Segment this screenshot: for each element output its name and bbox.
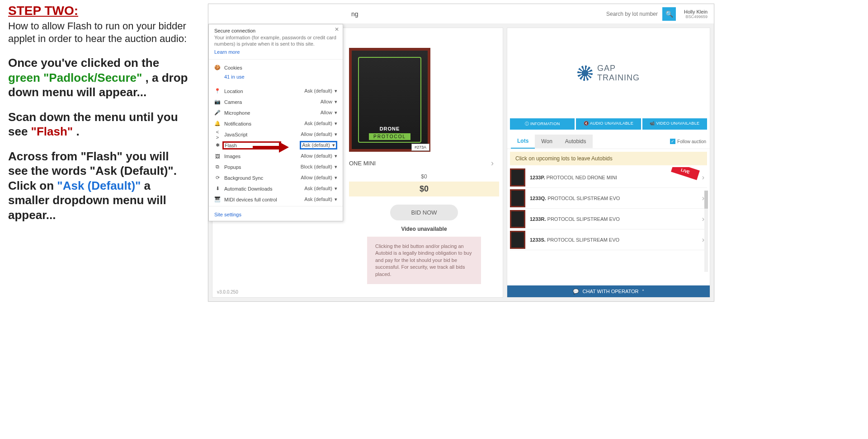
lot-number: 1233R. xyxy=(530,216,546,222)
cookies-count-link[interactable]: 41 in use xyxy=(224,74,245,79)
caret-down-icon: ▾ xyxy=(335,99,337,104)
check-icon: ✓ xyxy=(670,139,675,144)
perm-label: Camera xyxy=(224,99,283,105)
caret-down-icon: ▾ xyxy=(335,153,337,159)
lot-title-fragment: ONE MINI xyxy=(349,160,376,167)
information-button[interactable]: ⓘ INFORMATION xyxy=(510,118,575,130)
lot-row[interactable]: 1233R. PROTOCOL SLIPSTREAM EVO› xyxy=(510,209,707,229)
caret-down-icon: ▾ xyxy=(335,88,337,93)
search-input[interactable] xyxy=(601,9,660,19)
perm-value-dropdown[interactable]: Ask (default) ▾ xyxy=(300,141,337,149)
lot-thumbnail xyxy=(510,189,525,207)
p1-green-text: green "Padlock/Secure" xyxy=(8,71,142,84)
perm-label: Automatic Downloads xyxy=(224,186,283,191)
perm-value-dropdown[interactable]: Ask (default) ▾ xyxy=(304,196,337,202)
caret-down-icon: ▾ xyxy=(335,131,337,137)
lot-row[interactable]: 1233Q. PROTOCOL SLIPSTREAM EVO› xyxy=(510,188,707,209)
gap-logo-icon xyxy=(577,65,593,81)
tab-lots[interactable]: Lots xyxy=(511,134,535,149)
follow-auction-toggle[interactable]: ✓ Follow auction xyxy=(670,139,706,144)
perm-icon: < > xyxy=(214,129,221,140)
perm-value-dropdown[interactable]: Block (default) ▾ xyxy=(301,164,337,170)
cookie-icon: 🍪 xyxy=(214,65,221,70)
lot-row[interactable]: 1233P. PROTOCOL NED DRONE MINILIVE› xyxy=(510,167,707,188)
permission-row-midi-devices-full-control: 🎹MIDI devices full controlAsk (default) … xyxy=(214,194,337,205)
perm-label: Background Sync xyxy=(224,175,283,181)
video-unavailable-button[interactable]: 📹 VIDEO UNAVAILABLE xyxy=(642,118,707,130)
live-ribbon: LIVE xyxy=(671,167,700,180)
lot-thumbnail xyxy=(510,168,525,187)
app-version: v3.0.0.250 xyxy=(217,290,238,294)
perm-value-dropdown[interactable]: Ask (default) ▾ xyxy=(304,186,337,191)
lot-title-row[interactable]: ONE MINI › xyxy=(349,156,503,170)
instructions-column: STEP TWO: How to allow Flash to run on y… xyxy=(8,4,189,232)
perm-value-dropdown[interactable]: Ask (default) ▾ xyxy=(304,88,337,94)
p2-tail: . xyxy=(76,125,79,138)
caret-down-icon: ▾ xyxy=(335,175,337,180)
logo-text-1: GAP xyxy=(597,64,640,73)
lot-number: 1233P. xyxy=(530,175,545,180)
lot-image-label-1: DRONE xyxy=(380,126,400,131)
tab-won[interactable]: Won xyxy=(535,135,558,148)
perm-icon: 🎹 xyxy=(214,196,221,202)
lot-thumbnail xyxy=(510,210,525,228)
caret-down-icon: ▾ xyxy=(335,110,337,115)
current-bid-banner: $0 xyxy=(349,182,499,196)
lot-thumbnail xyxy=(510,231,525,249)
perm-value-dropdown[interactable]: Allow (default) ▾ xyxy=(301,153,337,159)
perm-icon: 🖼 xyxy=(214,154,221,159)
callout-arrow xyxy=(253,140,292,154)
chevron-right-icon: › xyxy=(491,159,494,168)
perm-icon: ✱ xyxy=(214,142,221,148)
autobid-hint: Click on upcoming lots to leave Autobids xyxy=(510,152,707,165)
chevron-right-icon: › xyxy=(702,173,707,182)
perm-value-dropdown[interactable]: Allow ▾ xyxy=(321,110,337,116)
perm-icon: ⟳ xyxy=(214,175,221,181)
lot-list-scrollbar[interactable] xyxy=(704,191,708,272)
permission-row-automatic-downloads: ⬇Automatic DownloadsAsk (default) ▾ xyxy=(214,183,337,194)
logo-text-2: TRAINING xyxy=(597,73,640,83)
lot-row[interactable]: 1233S. PROTOCOL SLIPSTREAM EVO› xyxy=(510,229,707,250)
chrome-window: Live Auction - Google Chrome — ☐ ✕ 🔒 Sec… xyxy=(208,4,714,302)
lot-name: PROTOCOL NED DRONE MINI xyxy=(547,175,617,180)
perm-value-dropdown[interactable]: Allow ▾ xyxy=(321,99,337,105)
chat-with-operator-bar[interactable]: 💬 CHAT WITH OPERATOR ˄ xyxy=(507,285,710,297)
chevron-up-icon: ˄ xyxy=(642,289,644,294)
dropdown-close-button[interactable]: ✕ xyxy=(335,26,339,33)
perm-icon: ⧉ xyxy=(214,164,221,170)
chat-label: CHAT WITH OPERATOR xyxy=(583,289,639,294)
caret-down-icon: ▾ xyxy=(335,164,337,169)
perm-value-dropdown[interactable]: Ask (default) ▾ xyxy=(304,121,337,126)
lot-name: PROTOCOL SLIPSTREAM EVO xyxy=(547,237,619,243)
perm-icon: 🎤 xyxy=(214,110,221,116)
perm-label: Microphone xyxy=(224,110,283,116)
dropdown-title: Secure connection xyxy=(214,28,337,33)
caret-down-icon: ▾ xyxy=(335,196,337,202)
chat-icon: 💬 xyxy=(573,289,579,294)
user-block[interactable]: Holly Klein BSC499659 xyxy=(684,9,708,19)
lot-list: 1233P. PROTOCOL NED DRONE MINILIVE›1233Q… xyxy=(507,167,710,250)
dropdown-description: Your information (for example, passwords… xyxy=(214,34,337,47)
instruction-paragraph-3: Across from "Flash" you will see the wor… xyxy=(8,149,189,223)
caret-down-icon: ▾ xyxy=(335,121,337,126)
audio-unavailable-button[interactable]: 🔇 AUDIO UNAVAILABLE xyxy=(576,118,641,130)
app-header-title-fragment: ng xyxy=(351,10,359,18)
perm-label: Popups xyxy=(224,164,283,170)
perm-icon: ⬇ xyxy=(214,186,221,191)
search-button[interactable]: 🔍 xyxy=(662,7,676,21)
user-name: Holly Klein xyxy=(684,9,708,14)
site-settings-link[interactable]: Site settings xyxy=(214,212,241,217)
perm-icon: 📷 xyxy=(214,99,221,105)
instruction-paragraph-2: Scan down the menu until you see "Flash"… xyxy=(8,110,189,139)
perm-value-dropdown[interactable]: Allow (default) ▾ xyxy=(301,131,337,137)
perm-value-dropdown[interactable]: Allow (default) ▾ xyxy=(301,175,337,181)
tab-autobids[interactable]: Autobids xyxy=(559,135,593,148)
permission-row-notifications: 🔔NotificationsAsk (default) ▾ xyxy=(214,118,337,129)
search-box: 🔍 xyxy=(601,7,676,21)
p1-lead: Once you've clicked on the xyxy=(8,56,159,70)
perm-label: JavaScript xyxy=(224,132,283,137)
permission-row-popups: ⧉PopupsBlock (default) ▾ xyxy=(214,162,337,173)
learn-more-link[interactable]: Learn more xyxy=(214,49,240,55)
app-right-panel: GAP TRAINING ⓘ INFORMATION 🔇 AUDIO UNAVA… xyxy=(507,28,710,298)
bid-now-button[interactable]: BID NOW xyxy=(390,205,458,220)
